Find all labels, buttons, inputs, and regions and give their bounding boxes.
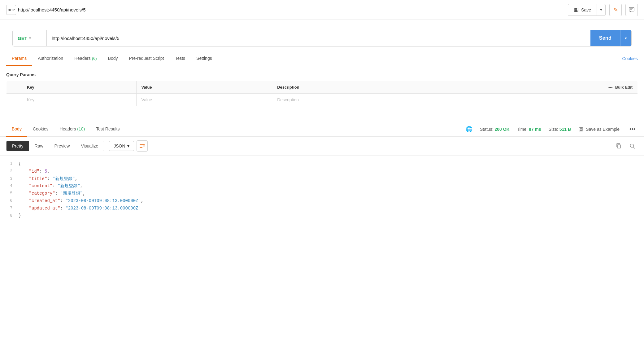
format-tab-preview[interactable]: Preview (49, 141, 76, 151)
save-example-icon (578, 127, 583, 132)
bulk-edit-button[interactable]: ••• Bulk Edit (608, 85, 633, 90)
format-tab-pretty[interactable]: Pretty (7, 141, 29, 151)
params-col-description: Description ••• Bulk Edit (272, 81, 638, 94)
search-button[interactable] (627, 140, 638, 152)
json-format-selector[interactable]: JSON ▾ (109, 141, 134, 151)
resp-tab-headers[interactable]: Headers (10) (54, 122, 91, 137)
globe-icon: 🌐 (466, 126, 472, 133)
response-section: Body Cookies Headers (10) Test Results 🌐… (0, 122, 644, 224)
save-icon (574, 7, 579, 12)
params-row-value[interactable]: Value (136, 94, 272, 106)
params-col-checkbox (7, 81, 22, 94)
tab-authorization[interactable]: Authorization (32, 51, 69, 66)
edit-button[interactable]: ✎ (609, 4, 622, 16)
params-empty-row: Key Value Description (7, 94, 638, 106)
status-label: Status: 200 OK (480, 127, 510, 132)
code-line-7: 7 "updated_at": "2023-08-09T09:08:13.000… (6, 205, 638, 212)
params-row-checkbox[interactable] (7, 94, 22, 106)
top-bar: HTTP http://localhost:4450/api/novels/5 … (0, 0, 644, 20)
status-value: 200 OK (494, 127, 509, 132)
response-body-toolbar: Pretty Raw Preview Visualize JSON ▾ (0, 137, 644, 156)
http-icon: HTTP (6, 5, 16, 15)
method-chevron-icon: ▾ (29, 36, 31, 40)
code-line-5: 5 "category": "新規登録", (6, 190, 638, 197)
params-col-value: Value (136, 81, 272, 94)
send-button[interactable]: Send (590, 30, 620, 46)
code-line-8: 8 } (6, 212, 638, 220)
time-value: 87 ms (529, 127, 541, 132)
svg-line-14 (633, 147, 635, 148)
topbar-url: http://localhost:4450/api/novels/5 (18, 7, 85, 12)
code-line-4: 4 "content": "新規登録", (6, 183, 638, 190)
format-tab-raw[interactable]: Raw (29, 141, 49, 151)
svg-rect-2 (575, 10, 577, 12)
save-button[interactable]: Save (568, 5, 597, 15)
svg-rect-1 (575, 8, 577, 10)
tab-body[interactable]: Body (102, 51, 124, 66)
format-tab-visualize[interactable]: Visualize (75, 141, 104, 151)
code-line-6: 6 "created_at": "2023-08-09T09:08:13.000… (6, 197, 638, 205)
resp-tab-cookies[interactable]: Cookies (27, 122, 54, 137)
params-table-header-row: Key Value Description ••• Bulk Edit (7, 81, 638, 94)
more-options-button[interactable]: ••• (627, 125, 638, 134)
code-line-2: 2 "id": 5, (6, 168, 638, 175)
svg-rect-8 (580, 130, 582, 131)
response-tabs-row: Body Cookies Headers (10) Test Results 🌐… (0, 122, 644, 137)
tab-tests[interactable]: Tests (169, 51, 191, 66)
url-input[interactable] (47, 30, 590, 46)
params-col-key: Key (22, 81, 137, 94)
time-label: Time: 87 ms (517, 127, 541, 132)
cookies-link[interactable]: Cookies (622, 56, 638, 61)
method-selector[interactable]: GET ▾ (13, 30, 47, 46)
svg-rect-3 (629, 7, 634, 11)
wrap-icon (139, 144, 145, 148)
url-bar: GET ▾ Send ▾ (12, 30, 632, 46)
comment-button[interactable] (625, 4, 638, 16)
save-button-group: Save ▾ (568, 4, 606, 16)
size-label: Size: 511 B (549, 127, 571, 132)
resp-tab-body[interactable]: Body (6, 122, 27, 137)
code-line-3: 3 "title": "新規登録", (6, 175, 638, 183)
code-line-1: 1 { (6, 161, 638, 168)
save-dropdown-chevron[interactable]: ▾ (597, 5, 605, 15)
query-params-section: Query Params Key Value Description ••• B… (0, 66, 644, 112)
http-badge: HTTP http://localhost:4450/api/novels/5 (6, 5, 85, 15)
tab-settings[interactable]: Settings (191, 51, 218, 66)
params-row-description[interactable]: Description (272, 94, 638, 106)
json-selector-chevron: ▾ (127, 143, 129, 148)
response-code-area: 1 { 2 "id": 5, 3 "title": "新規登録", 4 "co (0, 156, 644, 224)
tab-params[interactable]: Params (6, 51, 32, 66)
comment-icon (629, 7, 634, 13)
query-params-title: Query Params (6, 72, 638, 77)
tab-pre-request-script[interactable]: Pre-request Script (124, 51, 170, 66)
query-params-table: Key Value Description ••• Bulk Edit (6, 81, 638, 106)
send-dropdown-chevron[interactable]: ▾ (620, 30, 631, 46)
response-status-row: 🌐 Status: 200 OK Time: 87 ms Size: 511 B (466, 125, 638, 134)
json-response-body: 1 { 2 "id": 5, 3 "title": "新規登録", 4 "co (0, 156, 644, 224)
search-icon (629, 143, 635, 149)
format-tab-group: Pretty Raw Preview Visualize (6, 141, 104, 151)
copy-button[interactable] (613, 140, 624, 152)
url-bar-container: GET ▾ Send ▾ (0, 20, 644, 46)
wrap-button[interactable] (137, 140, 148, 152)
resp-tab-test-results[interactable]: Test Results (90, 122, 125, 137)
svg-rect-7 (580, 127, 582, 129)
save-example-button[interactable]: Save as Example (578, 127, 620, 132)
copy-icon (616, 143, 621, 149)
svg-rect-12 (617, 145, 620, 148)
svg-point-13 (630, 144, 634, 148)
request-tabs: Params Authorization Headers (6) Body Pr… (0, 51, 644, 66)
method-label: GET (18, 36, 27, 41)
size-value: 511 B (559, 127, 571, 132)
tab-headers[interactable]: Headers (6) (69, 51, 102, 66)
params-row-key[interactable]: Key (22, 94, 137, 106)
send-button-group: Send ▾ (590, 30, 631, 46)
